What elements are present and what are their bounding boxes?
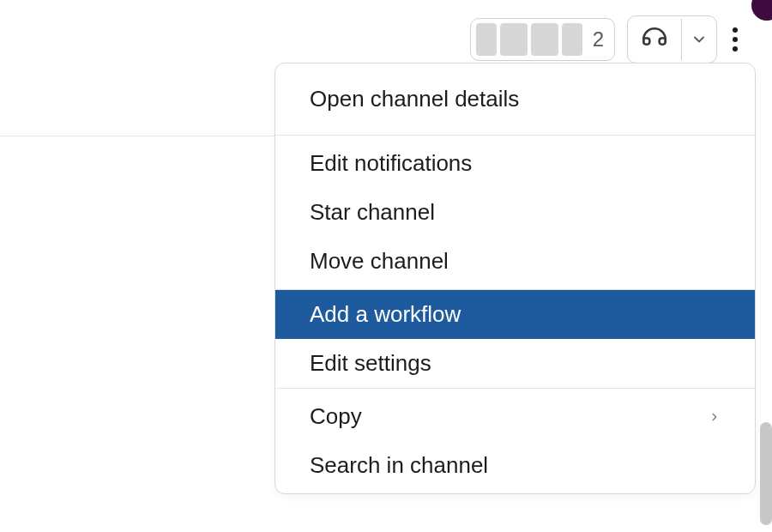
menu-item-label: Edit notifications: [310, 150, 472, 177]
menu-item-edit-settings[interactable]: Edit settings: [275, 339, 755, 388]
menu-item-label: Add a workflow: [310, 301, 461, 328]
member-count: 2: [586, 27, 606, 51]
menu-item-label: Open channel details: [310, 86, 519, 112]
menu-item-search-in-channel[interactable]: Search in channel: [275, 441, 755, 490]
menu-item-move-channel[interactable]: Move channel: [275, 237, 755, 286]
corner-accent: [751, 0, 772, 21]
dot-icon: [733, 37, 738, 42]
header-controls: 2: [470, 15, 741, 63]
menu-item-edit-notifications[interactable]: Edit notifications: [275, 139, 755, 188]
headphones-icon: [640, 25, 669, 54]
member-list-button[interactable]: 2: [470, 18, 615, 61]
avatar-placeholder: [562, 23, 582, 56]
menu-item-label: Search in channel: [310, 452, 488, 479]
menu-section: Add a workflow Edit settings: [275, 290, 755, 388]
avatar-placeholder: [531, 23, 558, 56]
chevron-right-icon: [709, 411, 721, 423]
menu-item-label: Edit settings: [310, 350, 431, 377]
more-actions-button[interactable]: [729, 21, 741, 58]
avatar-placeholder: [500, 23, 528, 56]
menu-item-label: Move channel: [310, 248, 449, 275]
header-divider: [0, 136, 274, 136]
channel-actions-menu: Open channel details Edit notifications …: [274, 63, 756, 494]
dot-icon: [733, 27, 738, 33]
huddle-group: [627, 15, 717, 63]
menu-item-star-channel[interactable]: Star channel: [275, 188, 755, 237]
menu-item-open-details[interactable]: Open channel details: [275, 63, 755, 135]
huddle-menu-button[interactable]: [682, 22, 716, 57]
huddle-button[interactable]: [628, 16, 681, 63]
avatar-placeholder: [476, 23, 497, 56]
menu-section: Copy Search in channel: [275, 389, 755, 493]
dot-icon: [733, 46, 738, 51]
menu-section: Edit notifications Star channel Move cha…: [275, 136, 755, 289]
scrollbar-thumb[interactable]: [760, 422, 772, 525]
menu-item-copy[interactable]: Copy: [275, 392, 755, 441]
menu-item-label: Copy: [310, 403, 362, 430]
chevron-down-icon: [691, 31, 708, 48]
menu-item-add-workflow[interactable]: Add a workflow: [275, 290, 755, 339]
menu-item-label: Star channel: [310, 199, 435, 226]
